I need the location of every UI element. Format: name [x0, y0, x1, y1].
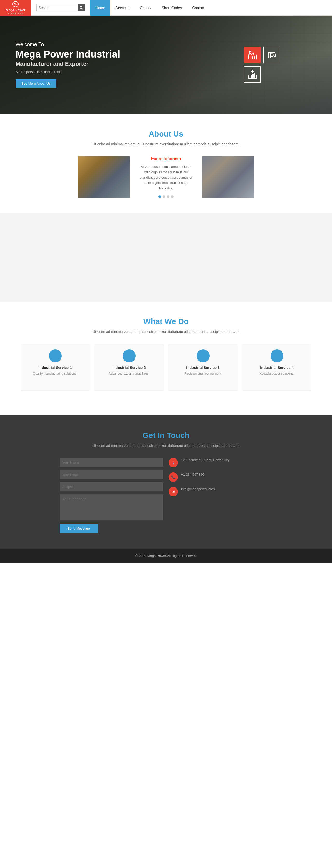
- contact-submit-button[interactable]: Send Message: [60, 524, 98, 533]
- dot-2[interactable]: [163, 195, 165, 198]
- about-description: Ut enim ad minima veniam, quis nostrum e…: [21, 142, 311, 146]
- service-title-1: Industrial Service 1: [26, 366, 84, 370]
- footer-copyright: © 2020 Mega Power.All Rights Reserved: [5, 554, 327, 558]
- what-we-do-description: Ut enim ad minima veniam, quis nostrum e…: [21, 330, 311, 334]
- contact-description: Ut enim ad minima veniam, quis nostrum e…: [21, 443, 311, 447]
- contact-subject-input[interactable]: [60, 482, 163, 491]
- industrial-icon: [247, 70, 257, 80]
- hero-content: Welcome To Mega Power Industrial Manufac…: [0, 41, 120, 88]
- contact-address-text: 123 Industrial Street, Power City: [181, 458, 229, 462]
- search-button[interactable]: [78, 4, 85, 11]
- factory-icon: [247, 50, 257, 60]
- hero-icons-top-row: [244, 46, 280, 63]
- about-dots: [137, 195, 195, 198]
- hero-icon-factory: [244, 46, 261, 63]
- contact-email: ✉ info@megapower.com: [169, 487, 272, 496]
- contact-address: 📍 123 Industrial Street, Power City: [169, 458, 272, 467]
- contact-email-input[interactable]: [60, 470, 163, 479]
- dot-4[interactable]: [171, 195, 173, 198]
- about-image-right: [202, 156, 254, 198]
- logo[interactable]: Mega Power A Best Industry: [0, 0, 31, 16]
- logo-title: Mega Power: [6, 8, 25, 12]
- contact-email-text: info@megapower.com: [181, 487, 215, 491]
- phone-icon: 📞: [169, 472, 178, 482]
- contact-form-col: Send Message: [60, 458, 163, 533]
- service-icon-1: [49, 349, 62, 362]
- email-icon: ✉: [169, 487, 178, 496]
- dot-1[interactable]: [159, 195, 161, 198]
- contact-info-col: 📍 123 Industrial Street, Power City 📞 +1…: [169, 458, 272, 533]
- service-icon-2: [123, 349, 136, 362]
- service-body-1: Quality manufacturing solutions.: [26, 372, 84, 375]
- services-grid: Industrial Service 1 Quality manufacturi…: [21, 344, 311, 391]
- hero-title: Mega Power Industrial: [16, 49, 120, 60]
- machine-icon: [267, 50, 277, 60]
- hero-icon-industrial: [244, 66, 261, 83]
- hero-welcome: Welcome To: [16, 41, 120, 48]
- nav-home[interactable]: Home: [90, 0, 110, 16]
- nav-contact[interactable]: Contact: [187, 0, 210, 16]
- service-card-1: Industrial Service 1 Quality manufacturi…: [21, 344, 89, 391]
- main-nav: Home Services Gallery Short Codes Contac…: [90, 0, 210, 15]
- svg-point-10: [270, 54, 273, 57]
- about-title: About Us: [21, 129, 311, 138]
- hero-description: Sed ut perspiciatis unde omnis.: [16, 70, 120, 74]
- about-content: Exercitationem At vero eos et accusamus …: [21, 156, 311, 198]
- logo-subtitle: A Best Industry: [8, 12, 24, 15]
- nav-gallery[interactable]: Gallery: [135, 0, 157, 16]
- hero-section: Welcome To Mega Power Industrial Manufac…: [0, 16, 332, 114]
- logo-icon: [12, 1, 19, 8]
- hero-icons: [244, 46, 280, 83]
- about-text-box: Exercitationem At vero eos et accusamus …: [137, 156, 195, 198]
- nav-short-codes[interactable]: Short Codes: [157, 0, 187, 16]
- service-body-4: Reliable power solutions.: [248, 372, 306, 375]
- service-title-4: Industrial Service 4: [248, 366, 306, 370]
- address-icon: 📍: [169, 458, 178, 467]
- footer: © 2020 Mega Power.All Rights Reserved: [0, 549, 332, 563]
- about-slide-title: Exercitationem: [137, 156, 195, 161]
- what-we-do-title: What We Do: [21, 317, 311, 326]
- contact-row: Send Message 📍 123 Industrial Street, Po…: [21, 458, 311, 533]
- dot-3[interactable]: [167, 195, 169, 198]
- svg-rect-7: [250, 51, 251, 53]
- service-icon-3: [197, 349, 210, 362]
- hero-subtitle: Manufacturer and Exporter: [16, 61, 120, 67]
- service-body-2: Advanced export capabilities.: [100, 372, 158, 375]
- about-image-sim-right: [202, 156, 254, 198]
- svg-line-2: [82, 8, 83, 9]
- contact-name-input[interactable]: [60, 458, 163, 467]
- service-card-4: Industrial Service 4 Reliable power solu…: [243, 344, 311, 391]
- svg-point-1: [80, 6, 82, 8]
- search-icon: [80, 6, 83, 9]
- contact-message-textarea[interactable]: [60, 494, 163, 520]
- about-section: About Us Ut enim ad minima veniam, quis …: [0, 114, 332, 213]
- contact-section: Get In Touch Ut enim ad minima veniam, q…: [0, 415, 332, 549]
- hero-icons-bottom-row: [244, 66, 280, 83]
- nav-services[interactable]: Services: [110, 0, 135, 16]
- header: Mega Power A Best Industry Home Services…: [0, 0, 332, 16]
- contact-phone-text: +1 234 567 890: [181, 472, 205, 476]
- stats-section: [0, 213, 332, 302]
- service-card-2: Industrial Service 2 Advanced export cap…: [95, 344, 163, 391]
- contact-title: Get In Touch: [21, 431, 311, 440]
- service-body-3: Precision engineering work.: [174, 372, 232, 375]
- service-card-3: Industrial Service 3 Precision engineeri…: [169, 344, 237, 391]
- service-title-2: Industrial Service 2: [100, 366, 158, 370]
- contact-phone: 📞 +1 234 567 890: [169, 472, 272, 482]
- service-title-3: Industrial Service 3: [174, 366, 232, 370]
- about-image-left: [78, 156, 130, 198]
- search-area: [36, 4, 85, 11]
- about-image-sim-left: [78, 156, 130, 198]
- what-we-do-section: What We Do Ut enim ad minima veniam, qui…: [0, 302, 332, 415]
- about-slide-body: At vero eos et accusamus et iusto odio d…: [137, 164, 195, 191]
- search-input[interactable]: [36, 4, 78, 11]
- hero-cta-button[interactable]: See More About Us: [16, 79, 56, 88]
- hero-icon-machine: [263, 46, 280, 63]
- service-icon-4: [271, 349, 283, 362]
